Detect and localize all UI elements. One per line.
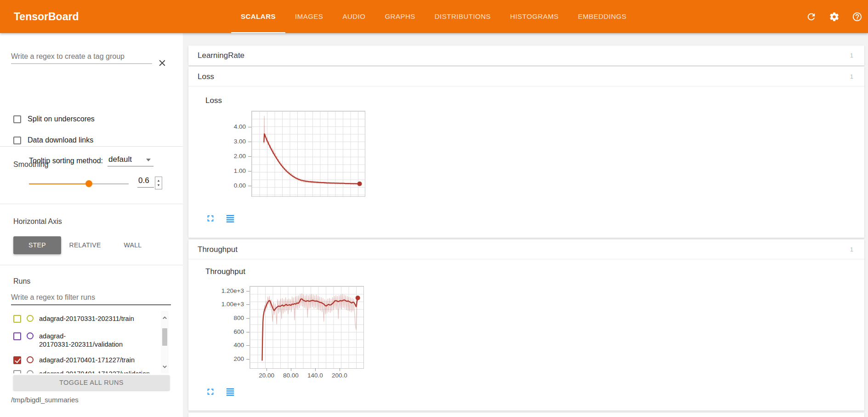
section-title: LearningRate: [198, 46, 244, 65]
tab-audio[interactable]: AUDIO: [333, 0, 375, 33]
run-row[interactable]: adagrad-20170331-202311/train: [13, 314, 151, 323]
app-header: TensorBoard SCALARS IMAGES AUDIO GRAPHS …: [0, 0, 868, 33]
last-point-dot: [356, 296, 360, 300]
y-tick-mark: [248, 142, 251, 142]
section-title: Loss: [198, 67, 214, 86]
scroll-down-icon[interactable]: [161, 363, 168, 370]
tab-images[interactable]: IMAGES: [285, 0, 333, 33]
run-name: adagrad-20170331-202311/train: [39, 314, 134, 323]
runs-filter-input[interactable]: [11, 291, 171, 305]
data-download-checkbox-row[interactable]: Data download links: [13, 136, 93, 144]
y-tick-label: 1.20e+3: [188, 287, 244, 294]
divider: [0, 265, 183, 265]
log-directory-path: /tmp/bigdl_summaries: [11, 396, 79, 404]
sidebar: Split on underscores Data download links…: [0, 33, 183, 417]
tag-filter-input[interactable]: [11, 51, 152, 64]
throughput-chart: Throughput 2004006008001.00e+31.20e+320.…: [188, 259, 409, 411]
chart-title: Throughput: [205, 267, 245, 276]
spinner-up-icon[interactable]: ▲: [157, 178, 160, 183]
series-raw: [264, 116, 359, 185]
close-icon[interactable]: [157, 58, 167, 68]
x-tick-label: 20.00: [253, 372, 280, 379]
tab-distributions[interactable]: DISTRIBUTIONS: [425, 0, 500, 33]
run-checkbox[interactable]: [13, 370, 21, 373]
run-checkbox[interactable]: [13, 315, 21, 323]
run-name: adagrad-20170401-171227/validation: [39, 370, 150, 373]
chart-title: Loss: [205, 96, 222, 105]
y-tick-label: 400: [188, 342, 244, 348]
section-count-badge: 1: [850, 67, 853, 86]
loss-plot-area[interactable]: [251, 111, 365, 197]
runs-label: Runs: [13, 277, 30, 286]
smoothing-slider-thumb[interactable]: [85, 180, 92, 187]
chart-actions: [205, 387, 235, 397]
chart-actions: [205, 213, 235, 223]
y-tick-label: 0.00: [188, 182, 246, 189]
section-header[interactable]: LearningRate 1: [188, 46, 864, 65]
data-table-icon[interactable]: [225, 213, 235, 223]
run-color-circle: [27, 315, 34, 322]
section-header[interactable]: Throughput 1: [188, 240, 864, 259]
y-tick-mark: [246, 332, 250, 332]
tab-embeddings[interactable]: EMBEDDINGS: [568, 0, 636, 33]
run-checkbox[interactable]: [13, 356, 21, 364]
toggle-all-runs-button[interactable]: TOGGLE ALL RUNS: [13, 375, 170, 390]
y-tick-label: 2.00: [188, 153, 246, 160]
smoothing-slider[interactable]: [29, 183, 129, 184]
tab-histograms[interactable]: HISTOGRAMS: [500, 0, 568, 33]
y-tick-label: 200: [188, 355, 244, 362]
run-row[interactable]: adagrad-20170401-171227/train: [13, 356, 151, 364]
run-list: adagrad-20170331-202311/train adagrad-20…: [0, 311, 183, 373]
divider: [0, 204, 183, 204]
loss-chart: Loss 0.001.002.003.004.00: [188, 86, 409, 238]
tab-graphs[interactable]: GRAPHS: [375, 0, 425, 33]
smoothing-spinner[interactable]: ▲▼: [155, 177, 162, 189]
refresh-icon[interactable]: [806, 11, 817, 22]
throughput-plot-area[interactable]: [250, 286, 364, 369]
y-tick-mark: [248, 171, 251, 171]
run-row[interactable]: adagrad-20170331-202311/validation: [13, 332, 151, 348]
run-checkbox[interactable]: [13, 332, 21, 340]
expand-fullscreen-icon[interactable]: [205, 213, 216, 223]
scroll-up-icon[interactable]: [161, 314, 168, 321]
section-title: Throughput: [198, 240, 238, 259]
last-point-dot: [357, 182, 362, 186]
run-color-circle: [27, 356, 34, 363]
data-table-icon[interactable]: [225, 387, 235, 397]
y-tick-mark: [246, 345, 250, 346]
x-tick-label: 80.00: [277, 372, 305, 379]
axis-relative-button[interactable]: RELATIVE: [61, 236, 109, 254]
run-row[interactable]: adagrad-20170401-171227/validation: [13, 370, 151, 373]
section-card-throughput: Throughput 1 Throughput 2004006008001.00…: [188, 240, 864, 411]
data-download-checkbox[interactable]: [13, 137, 21, 144]
y-tick-label: 1.00: [188, 167, 246, 174]
split-underscores-label: Split on underscores: [28, 115, 95, 123]
scrollbar-thumb[interactable]: [162, 328, 167, 346]
section-header[interactable]: Loss 1: [188, 67, 864, 86]
split-underscores-checkbox-row[interactable]: Split on underscores: [13, 115, 95, 123]
section-card-partial: [188, 413, 864, 417]
smoothing-value-input[interactable]: 0.6: [137, 175, 154, 188]
tooltip-sorting-dropdown[interactable]: default: [108, 155, 153, 166]
y-tick-mark: [248, 156, 251, 157]
y-tick-mark: [248, 186, 251, 186]
expand-fullscreen-icon[interactable]: [205, 387, 216, 397]
axis-wall-button[interactable]: WALL: [109, 236, 157, 254]
split-underscores-checkbox[interactable]: [13, 115, 21, 123]
app-title: TensorBoard: [14, 0, 79, 33]
x-tick-mark: [315, 368, 316, 371]
x-tick-mark: [340, 368, 340, 371]
spinner-down-icon[interactable]: ▼: [157, 183, 160, 188]
axis-step-button[interactable]: STEP: [13, 236, 61, 254]
x-tick-mark: [291, 368, 291, 371]
settings-gear-icon[interactable]: [829, 11, 840, 22]
help-icon[interactable]: [852, 11, 862, 22]
tab-scalars[interactable]: SCALARS: [231, 0, 285, 33]
run-list-scrollbar[interactable]: [161, 311, 169, 373]
tooltip-sorting-value: default: [108, 155, 132, 164]
divider: [0, 146, 183, 147]
y-tick-mark: [246, 291, 250, 291]
x-tick-mark: [267, 368, 267, 371]
section-count-badge: 1: [850, 46, 853, 65]
y-tick-label: 4.00: [188, 123, 246, 130]
